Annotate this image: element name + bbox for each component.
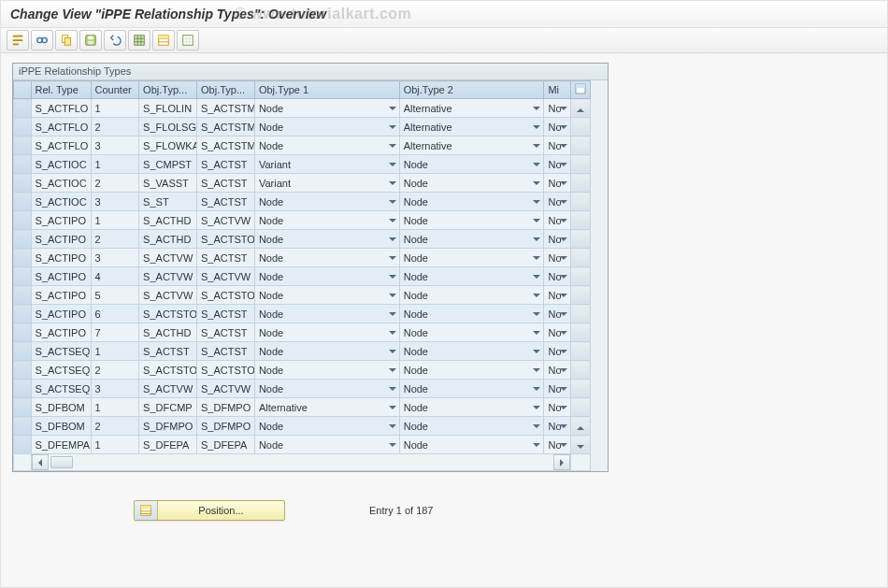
- cell-objtype2-dropdown[interactable]: Node: [399, 211, 544, 230]
- cell-rel-type[interactable]: S_ACTIPO: [31, 230, 91, 249]
- cell-objtype1-dropdown[interactable]: Node: [254, 286, 399, 305]
- row-nav[interactable]: [571, 211, 591, 230]
- row-selector[interactable]: [14, 230, 32, 249]
- cell-counter[interactable]: 3: [91, 193, 139, 211]
- cell-objtyp2[interactable]: S_ACTST: [197, 174, 255, 193]
- cell-rel-type[interactable]: S_DFBOM: [31, 398, 91, 417]
- horizontal-scrollbar[interactable]: [31, 454, 571, 471]
- table-row[interactable]: S_ACTFLO1S_FLOLINS_ACTSTMNodeAlternative…: [14, 99, 591, 118]
- row-selector[interactable]: [14, 174, 32, 193]
- cell-objtype2-dropdown[interactable]: Node: [399, 155, 544, 174]
- row-nav[interactable]: [571, 249, 591, 267]
- cell-min-dropdown[interactable]: No: [544, 361, 571, 380]
- cell-counter[interactable]: 2: [91, 361, 139, 380]
- cell-objtype1-dropdown[interactable]: Node: [254, 249, 399, 267]
- table-row[interactable]: S_ACTIPO5S_ACTVWS_ACTSTONodeNodeNo: [14, 286, 591, 305]
- row-nav[interactable]: [571, 267, 591, 286]
- cell-rel-type[interactable]: S_DFEMPA: [31, 436, 91, 454]
- cell-counter[interactable]: 1: [91, 436, 139, 454]
- cell-min-dropdown[interactable]: No: [544, 193, 571, 211]
- cell-rel-type[interactable]: S_ACTIPO: [31, 323, 91, 342]
- cell-objtyp2[interactable]: S_ACTVW: [197, 211, 255, 230]
- row-nav[interactable]: [571, 305, 591, 323]
- row-selector[interactable]: [14, 323, 32, 342]
- cell-min-dropdown[interactable]: No: [544, 211, 571, 230]
- toolbar-btn-save[interactable]: [79, 30, 102, 50]
- row-selector[interactable]: [14, 193, 32, 211]
- row-nav[interactable]: [571, 286, 591, 305]
- cell-objtype1-dropdown[interactable]: Node: [254, 380, 399, 398]
- row-nav[interactable]: [571, 380, 591, 398]
- col-rel-type[interactable]: Rel. Type: [31, 81, 91, 99]
- cell-objtyp2[interactable]: S_ACTST: [197, 193, 255, 211]
- table-row[interactable]: S_ACTIOC1S_CMPSTS_ACTSTVariantNodeNo: [14, 155, 591, 174]
- cell-objtyp1[interactable]: S_ST: [139, 193, 197, 211]
- cell-objtyp1[interactable]: S_ACTVW: [139, 286, 197, 305]
- cell-objtype2-dropdown[interactable]: Node: [399, 305, 544, 323]
- cell-objtype1-dropdown[interactable]: Node: [254, 417, 399, 436]
- cell-rel-type[interactable]: S_ACTIPO: [31, 211, 91, 230]
- cell-min-dropdown[interactable]: No: [544, 417, 571, 436]
- cell-min-dropdown[interactable]: No: [544, 249, 571, 267]
- cell-rel-type[interactable]: S_ACTFLO: [31, 118, 91, 136]
- cell-objtyp2[interactable]: S_ACTST: [197, 323, 255, 342]
- table-row[interactable]: S_DFEMPA1S_DFEPAS_DFEPANodeNodeNo: [14, 436, 591, 454]
- cell-objtype1-dropdown[interactable]: Node: [254, 136, 399, 155]
- col-objtype1[interactable]: Obj.Type 1: [254, 81, 399, 99]
- toolbar-btn-deselect-all[interactable]: [177, 30, 199, 50]
- cell-counter[interactable]: 4: [91, 267, 139, 286]
- scroll-up-icon[interactable]: [577, 105, 584, 112]
- row-selector[interactable]: [14, 249, 32, 267]
- row-nav[interactable]: [571, 155, 591, 174]
- cell-objtyp1[interactable]: S_ACTVW: [139, 249, 197, 267]
- cell-counter[interactable]: 1: [91, 342, 139, 361]
- table-row[interactable]: S_ACTIPO7S_ACTHDS_ACTSTNodeNodeNo: [14, 323, 591, 342]
- cell-counter[interactable]: 2: [91, 417, 139, 436]
- cell-counter[interactable]: 6: [91, 305, 139, 323]
- row-selector[interactable]: [14, 380, 32, 398]
- cell-rel-type[interactable]: S_ACTSEQ: [31, 361, 91, 380]
- cell-objtyp2[interactable]: S_ACTSTO: [197, 286, 255, 305]
- cell-objtyp1[interactable]: S_ACTHD: [139, 230, 197, 249]
- cell-objtyp1[interactable]: S_ACTSTO: [139, 305, 197, 323]
- table-row[interactable]: S_ACTIPO1S_ACTHDS_ACTVWNodeNodeNo: [14, 211, 591, 230]
- cell-counter[interactable]: 1: [91, 211, 139, 230]
- cell-counter[interactable]: 7: [91, 323, 139, 342]
- cell-counter[interactable]: 5: [91, 286, 139, 305]
- cell-min-dropdown[interactable]: No: [544, 267, 571, 286]
- row-selector[interactable]: [14, 286, 32, 305]
- table-row[interactable]: S_ACTIOC2S_VASSTS_ACTSTVariantNodeNo: [14, 174, 591, 193]
- table-row[interactable]: S_ACTFLO3S_FLOWKAS_ACTSTMNodeAlternative…: [14, 136, 591, 155]
- cell-objtype1-dropdown[interactable]: Variant: [254, 174, 399, 193]
- cell-objtyp1[interactable]: S_FLOLIN: [139, 99, 197, 118]
- cell-rel-type[interactable]: S_DFBOM: [31, 417, 91, 436]
- cell-objtyp1[interactable]: S_DFCMP: [139, 398, 197, 417]
- cell-counter[interactable]: 3: [91, 249, 139, 267]
- cell-objtyp2[interactable]: S_ACTST: [197, 249, 255, 267]
- cell-objtyp1[interactable]: S_FLOWKA: [139, 136, 197, 155]
- cell-min-dropdown[interactable]: No: [544, 136, 571, 155]
- cell-min-dropdown[interactable]: No: [544, 323, 571, 342]
- cell-objtype1-dropdown[interactable]: Node: [254, 230, 399, 249]
- row-selector-header[interactable]: [14, 81, 32, 99]
- cell-objtyp2[interactable]: S_DFMPO: [197, 398, 255, 417]
- cell-objtype2-dropdown[interactable]: Node: [399, 398, 544, 417]
- col-min[interactable]: Mi: [544, 81, 571, 99]
- cell-objtype2-dropdown[interactable]: Node: [399, 417, 544, 436]
- cell-objtype2-dropdown[interactable]: Node: [399, 323, 544, 342]
- cell-objtyp2[interactable]: S_ACTSTO: [197, 361, 255, 380]
- cell-objtyp2[interactable]: S_ACTSTO: [197, 230, 255, 249]
- cell-objtype1-dropdown[interactable]: Node: [254, 211, 399, 230]
- col-objtype2[interactable]: Obj.Type 2: [399, 81, 544, 99]
- cell-objtyp2[interactable]: S_ACTST: [197, 305, 255, 323]
- cell-objtype2-dropdown[interactable]: Node: [399, 342, 544, 361]
- cell-objtyp2[interactable]: S_ACTSTM: [197, 118, 255, 136]
- row-nav[interactable]: [571, 193, 591, 211]
- cell-objtype1-dropdown[interactable]: Node: [254, 323, 399, 342]
- cell-objtype1-dropdown[interactable]: Node: [254, 342, 399, 361]
- cell-objtype2-dropdown[interactable]: Node: [399, 361, 544, 380]
- cell-objtype2-dropdown[interactable]: Node: [399, 267, 544, 286]
- row-selector[interactable]: [14, 342, 32, 361]
- cell-objtyp1[interactable]: S_ACTHD: [139, 211, 197, 230]
- cell-rel-type[interactable]: S_ACTIPO: [31, 249, 91, 267]
